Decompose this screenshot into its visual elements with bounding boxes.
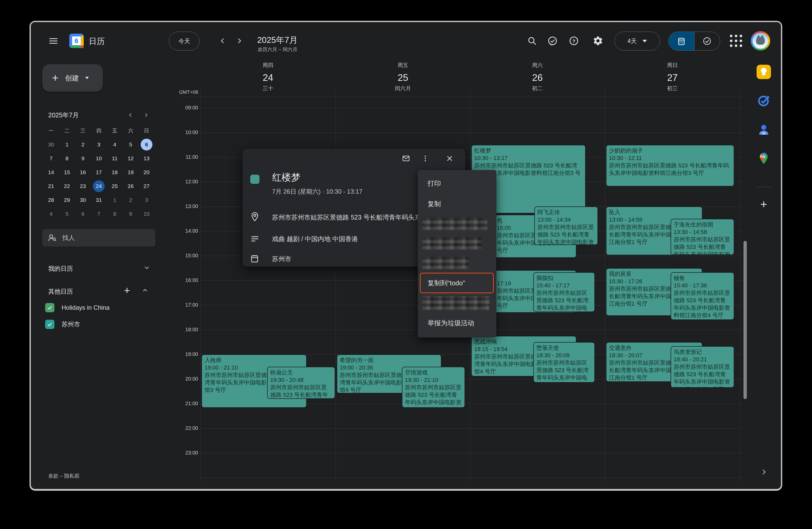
mini-calendar-day[interactable]: 6: [139, 138, 155, 152]
mini-calendar-day[interactable]: 3: [139, 193, 155, 207]
mini-calendar-day[interactable]: 24: [91, 179, 107, 193]
main-menu-button[interactable]: [46, 33, 61, 48]
mini-calendar-day[interactable]: 13: [139, 152, 155, 166]
tasks-icon[interactable]: [756, 93, 771, 109]
context-menu-item[interactable]: 举报为垃圾活动: [418, 313, 496, 333]
mini-calendar-day[interactable]: 26: [123, 179, 139, 193]
mini-calendar-day[interactable]: 23: [75, 179, 91, 193]
contacts-icon[interactable]: [756, 122, 771, 138]
google-apps-button[interactable]: [728, 33, 744, 48]
settings-button[interactable]: [590, 33, 606, 48]
day-number-button[interactable]: 24: [235, 72, 301, 83]
context-menu-item-redacted[interactable]: [418, 253, 496, 273]
tasks-check-button[interactable]: [545, 33, 560, 48]
mini-calendar-day[interactable]: 31: [91, 193, 107, 207]
calendar-checkbox[interactable]: [45, 303, 54, 312]
vertical-scrollbar[interactable]: [743, 241, 747, 399]
mini-calendar-day[interactable]: 4: [43, 207, 59, 221]
maps-icon[interactable]: [756, 151, 771, 166]
mini-calendar-prev-button[interactable]: [124, 109, 137, 121]
mini-calendar-day[interactable]: 7: [91, 207, 107, 221]
get-addons-button[interactable]: +: [756, 197, 771, 212]
calendar-event[interactable]: 于洛先生的假期13:30 - 14:58苏州市苏州市姑苏区景德路 523 号长船…: [671, 219, 734, 255]
keep-icon[interactable]: [757, 65, 771, 79]
mini-calendar-day[interactable]: 29: [59, 193, 75, 207]
close-popup-button[interactable]: [444, 152, 456, 165]
mini-calendar-day[interactable]: 21: [43, 179, 59, 193]
mini-calendar-day[interactable]: 10: [139, 207, 155, 221]
mini-calendar-day[interactable]: 12: [123, 152, 139, 166]
mini-calendar-day[interactable]: 15: [59, 166, 75, 179]
mini-calendar-day[interactable]: 30: [43, 138, 59, 152]
next-period-button[interactable]: [231, 33, 247, 48]
calendar-list-item[interactable]: 苏州市: [45, 320, 80, 329]
mini-calendar-day[interactable]: 14: [43, 166, 59, 179]
email-event-button[interactable]: [400, 152, 412, 165]
calendar-tasks-toggle[interactable]: [668, 32, 720, 51]
mini-calendar-day[interactable]: 30: [75, 193, 91, 207]
calendar-event[interactable]: 鳗鱼15:40 - 17:36苏州市苏州市姑苏区景德路 523 号长船湾青年码头…: [671, 272, 734, 320]
mini-calendar-next-button[interactable]: [140, 109, 153, 121]
mini-calendar-day[interactable]: 27: [139, 179, 155, 193]
mini-calendar: 一二三四五六日301234567891011121314151617181920…: [43, 124, 155, 221]
mini-calendar-day[interactable]: 1: [107, 193, 123, 207]
mini-calendar-day[interactable]: 16: [75, 166, 91, 179]
mini-calendar-day[interactable]: 7: [43, 152, 59, 166]
mini-calendar-day[interactable]: 20: [139, 166, 155, 179]
context-menu-item[interactable]: 打印: [418, 173, 496, 194]
calendar-event[interactable]: 堕落天使18:30 - 20:09苏州市苏州市姑苏区景德路 523 号长船湾青年…: [533, 342, 595, 383]
calendar-event[interactable]: 鸟类变形记18:40 - 20:21苏州市苏州市姑苏区景德路 523 号长船湾青…: [671, 346, 734, 388]
day-number-button[interactable]: 27: [639, 72, 706, 83]
create-button[interactable]: + 创建: [42, 64, 103, 92]
mini-calendar-day[interactable]: 1: [59, 138, 75, 152]
calendar-event[interactable]: 尽情游戏19:30 - 21:10苏州市苏州市姑苏区景德路 523 号长船湾青年…: [402, 367, 465, 408]
context-menu-item-copy-to-todo[interactable]: 复制到“todo”: [418, 273, 496, 293]
mini-calendar-day[interactable]: 8: [59, 152, 75, 166]
view-selector-dropdown[interactable]: 4天: [614, 32, 660, 51]
terms-privacy-link[interactable]: 条款 – 隐私权: [48, 472, 79, 480]
hide-side-panel-button[interactable]: [757, 465, 770, 479]
mini-calendar-day[interactable]: 2: [75, 138, 91, 152]
mini-calendar-day[interactable]: 9: [75, 152, 91, 166]
my-calendars-collapse-button[interactable]: [140, 261, 154, 274]
mini-calendar-day[interactable]: 9: [123, 207, 139, 221]
add-other-calendar-button[interactable]: +: [120, 284, 134, 297]
context-menu-item-redacted[interactable]: [418, 293, 496, 313]
mini-calendar-day[interactable]: 5: [123, 138, 139, 152]
calendar-event[interactable]: 少奶奶的扇子10:30 - 12:11苏州市苏州市姑苏区景德路 523 号长船湾…: [606, 145, 734, 186]
day-number-button[interactable]: 25: [369, 72, 436, 83]
mini-calendar-day[interactable]: 5: [59, 207, 75, 221]
calendar-event[interactable]: 胭脂扣15:40 - 17:17苏州市苏州市姑苏区景德路 523 号长船湾青年码…: [533, 272, 595, 312]
mini-calendar-day[interactable]: 18: [107, 166, 123, 179]
search-button[interactable]: [524, 33, 540, 48]
mini-calendar-day[interactable]: 6: [75, 207, 91, 221]
calendar-event[interactable]: 阿飞正传13:00 - 14:34苏州市苏州市姑苏区景德路 523 号长船湾青年…: [534, 206, 598, 245]
context-menu-item-redacted[interactable]: [418, 214, 496, 234]
mini-calendar-day[interactable]: 28: [43, 193, 59, 207]
mini-calendar-day[interactable]: 10: [91, 152, 107, 166]
context-menu-item[interactable]: 复制: [418, 194, 496, 214]
calendar-checkbox[interactable]: [45, 320, 54, 329]
mini-calendar-day[interactable]: 8: [107, 207, 123, 221]
context-menu-item-redacted[interactable]: [418, 234, 496, 253]
mini-calendar-day[interactable]: 19: [123, 166, 139, 179]
calendar-list-item[interactable]: Holidays in China: [45, 303, 110, 312]
mini-calendar-day[interactable]: 4: [107, 138, 123, 152]
account-avatar[interactable]: [751, 31, 770, 51]
day-number-button[interactable]: 26: [504, 72, 571, 83]
search-people-field[interactable]: 找人: [42, 229, 155, 246]
calendar-view-toggle[interactable]: [669, 32, 694, 50]
mini-calendar-day[interactable]: 3: [91, 138, 107, 152]
today-button[interactable]: 今天: [169, 32, 200, 51]
tasks-view-toggle[interactable]: [694, 32, 720, 50]
other-calendars-collapse-button[interactable]: [138, 284, 152, 297]
more-options-button[interactable]: [419, 152, 431, 165]
prev-period-button[interactable]: [215, 33, 230, 48]
mini-calendar-day[interactable]: 22: [59, 179, 75, 193]
mini-calendar-day[interactable]: 17: [91, 166, 107, 179]
calendar-event[interactable]: 铁扇公主19:30 - 20:48苏州市苏州市姑苏区景德路 523 号长船湾青年…: [267, 367, 335, 399]
mini-calendar-day[interactable]: 2: [123, 193, 139, 207]
mini-calendar-day[interactable]: 11: [107, 152, 123, 166]
mini-calendar-day[interactable]: 25: [107, 179, 123, 193]
help-button[interactable]: ?: [566, 33, 582, 48]
